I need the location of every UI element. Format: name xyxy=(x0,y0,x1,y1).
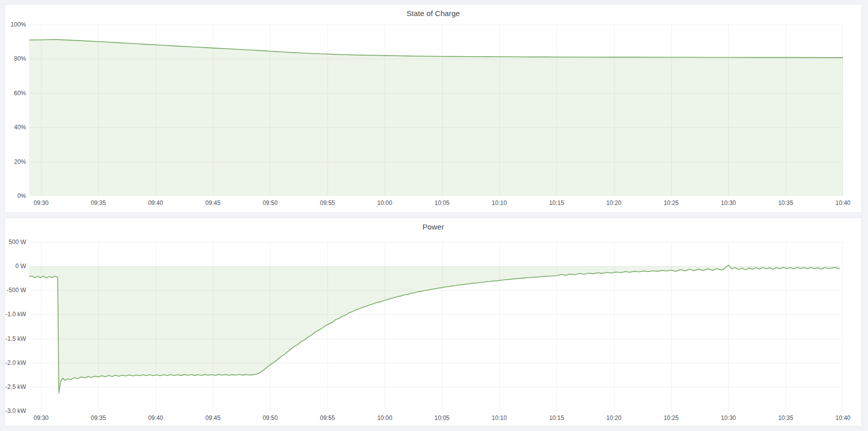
y-axis-tick-label: -2.0 kW xyxy=(5,360,26,366)
power-chart-plot[interactable]: 500 W0 W-500 W-1.0 kW-1.5 kW-2.0 kW-2.5 … xyxy=(5,218,861,426)
chart-canvas[interactable] xyxy=(29,242,843,411)
x-axis-tick-label: 10:05 xyxy=(434,200,449,206)
y-axis-tick-label: -1.5 kW xyxy=(5,336,26,342)
series-area-fill xyxy=(29,265,839,393)
x-axis-tick-label: 10:15 xyxy=(549,415,564,421)
x-axis-tick-label: 10:00 xyxy=(377,415,392,421)
x-axis-tick-label: 10:25 xyxy=(664,200,679,206)
state-of-charge-chart-plot[interactable]: 100%80%60%40%20%0%09:3009:3509:4009:4509… xyxy=(5,5,861,212)
y-axis-tick-label: 40% xyxy=(5,124,26,130)
y-axis-tick-label: -500 W xyxy=(5,287,26,293)
x-axis-tick-label: 09:45 xyxy=(205,415,220,421)
x-axis-tick-label: 09:50 xyxy=(262,415,277,421)
x-axis-tick-label: 10:40 xyxy=(835,200,850,206)
y-axis-tick-label: 0 W xyxy=(5,263,26,269)
x-axis-tick-label: 09:40 xyxy=(148,415,163,421)
x-axis-tick-label: 09:35 xyxy=(91,415,106,421)
x-axis-tick-label: 10:35 xyxy=(778,415,793,421)
x-axis-tick-label: 10:30 xyxy=(721,200,736,206)
chart-canvas[interactable] xyxy=(29,25,843,196)
x-axis-tick-label: 10:05 xyxy=(434,415,449,421)
y-axis-tick-label: 500 W xyxy=(5,239,26,245)
x-axis-tick-label: 10:20 xyxy=(607,200,622,206)
x-axis-tick-label: 10:25 xyxy=(664,415,679,421)
x-axis-tick-label: 10:30 xyxy=(721,415,736,421)
y-axis-tick-label: -2.5 kW xyxy=(5,384,26,390)
x-axis-tick-label: 09:30 xyxy=(34,200,49,206)
x-axis-tick-label: 09:55 xyxy=(320,200,335,206)
y-axis-tick-label: -3.0 kW xyxy=(5,408,26,414)
x-axis-tick-label: 10:10 xyxy=(492,200,507,206)
series-area-fill xyxy=(29,40,843,196)
dashboard: { "page": { "background_color": "#f2f3f7… xyxy=(0,0,868,431)
x-axis-tick-label: 10:15 xyxy=(549,200,564,206)
y-axis-tick-label: 100% xyxy=(5,22,26,28)
x-axis-tick-label: 10:40 xyxy=(835,415,850,421)
x-axis-tick-label: 09:45 xyxy=(205,200,220,206)
y-axis-tick-label: 0% xyxy=(5,193,26,199)
x-axis-tick-label: 09:35 xyxy=(91,200,106,206)
x-axis-tick-label: 09:30 xyxy=(34,415,49,421)
panel-state-of-charge: State of Charge 100%80%60%40%20%0%09:300… xyxy=(5,4,862,213)
y-axis-tick-label: 20% xyxy=(5,159,26,165)
x-axis-tick-label: 10:00 xyxy=(377,200,392,206)
x-axis-tick-label: 09:55 xyxy=(320,415,335,421)
y-axis-tick-label: -1.0 kW xyxy=(5,311,26,317)
x-axis-tick-label: 10:10 xyxy=(492,415,507,421)
x-axis-tick-label: 10:20 xyxy=(607,415,622,421)
x-axis-tick-label: 10:35 xyxy=(778,200,793,206)
x-axis-tick-label: 09:40 xyxy=(148,200,163,206)
y-axis-tick-label: 60% xyxy=(5,90,26,96)
x-axis-tick-label: 09:50 xyxy=(262,200,277,206)
y-axis-tick-label: 80% xyxy=(5,56,26,62)
panel-power: Power 500 W0 W-500 W-1.0 kW-1.5 kW-2.0 k… xyxy=(5,218,862,426)
